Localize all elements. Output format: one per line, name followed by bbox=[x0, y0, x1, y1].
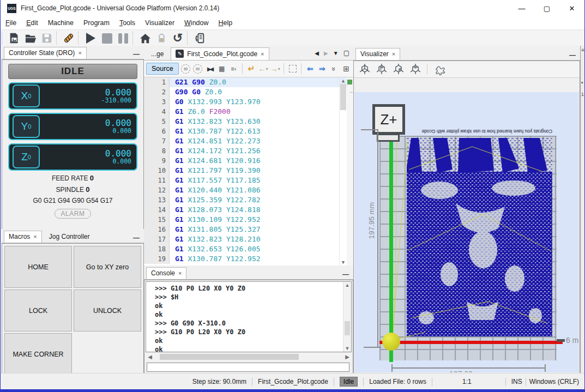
gcode-line[interactable]: 4G1 Z6.0 F2000 bbox=[144, 107, 353, 117]
scroll-down-icon[interactable]: ▼ bbox=[343, 345, 351, 352]
gcode-line[interactable]: 6G1 X130.787 Y122.613 bbox=[144, 126, 353, 136]
tab-previous-file[interactable]: ...ge bbox=[146, 48, 168, 60]
send-program-button[interactable] bbox=[82, 31, 99, 45]
gcode-line[interactable]: 15G1 X130.109 Y122.952 bbox=[144, 215, 353, 225]
gcode-line[interactable]: 12G1 X120.440 Y121.086 bbox=[144, 185, 353, 195]
minimize-panel-icon[interactable]: — bbox=[133, 236, 140, 239]
alarm-button[interactable]: ALARM bbox=[55, 209, 92, 219]
maximize-button[interactable]: ▢ bbox=[534, 0, 559, 16]
view-iso-icon[interactable] bbox=[358, 63, 371, 75]
menu-program[interactable]: Program bbox=[79, 17, 114, 28]
scroll-thumb[interactable] bbox=[340, 84, 346, 110]
expand-chevron-icon[interactable]: » bbox=[329, 64, 339, 74]
macro-button-make-corner[interactable]: MAKE CORNER bbox=[4, 333, 72, 375]
editor-vertical-scrollbar[interactable]: ▲ ▼ bbox=[339, 77, 347, 266]
macro-button-home[interactable]: HOME bbox=[4, 246, 72, 288]
gcode-line[interactable]: 9G1 X124.681 Y120.916 bbox=[144, 156, 353, 166]
scroll-up-icon[interactable]: ▲ bbox=[343, 282, 351, 288]
macro-button-go-to-xy-zero[interactable]: Go to XY zero bbox=[74, 246, 141, 288]
menu-file[interactable]: File bbox=[1, 17, 21, 28]
connect-disconnect-button[interactable] bbox=[61, 31, 77, 45]
menu-machine[interactable]: Machine bbox=[43, 17, 79, 28]
axis-zero-button[interactable]: X0 bbox=[13, 85, 40, 107]
menu-visualizer[interactable]: Visualizer bbox=[140, 17, 179, 28]
pendant-button[interactable] bbox=[191, 31, 208, 45]
gcode-line[interactable]: 1G21 G90 Z0.0 bbox=[144, 77, 353, 87]
rectangular-selection-icon[interactable] bbox=[288, 64, 298, 74]
partial-jog-label[interactable] bbox=[377, 134, 400, 142]
console-output[interactable]: >>> G10 P0 L20 X0 Y0 Z0>>> $Hokok>>> G0 … bbox=[146, 282, 343, 352]
split-window-icon[interactable]: ⊞ bbox=[341, 64, 351, 74]
gcode-line[interactable]: 8G1 X124.172 Y121.256 bbox=[144, 146, 353, 156]
gcode-line[interactable]: 11G1 X117.557 Y117.185 bbox=[144, 176, 353, 185]
minimize-panel-icon[interactable]: — bbox=[342, 273, 349, 276]
console-vertical-scrollbar[interactable]: ▲ ▼ bbox=[343, 282, 351, 352]
new-gcode-file-button[interactable] bbox=[6, 31, 22, 45]
tab-console[interactable]: Console× bbox=[146, 267, 186, 279]
tab-controller-state[interactable]: Controller State (DRO)× bbox=[4, 47, 87, 59]
gcode-line[interactable]: 5G1 X132.823 Y123.630 bbox=[144, 117, 353, 126]
close-tab-icon[interactable]: × bbox=[178, 270, 182, 276]
gcode-line[interactable]: 2G90 G0 Z0.0 bbox=[144, 87, 353, 97]
menu-tools[interactable]: Tools bbox=[114, 17, 140, 28]
view-top-icon[interactable] bbox=[409, 63, 422, 75]
gcode-line[interactable]: 3G0 X132.993 Y123.970 bbox=[144, 97, 353, 107]
rotate-left-90-icon[interactable]: 90 bbox=[181, 64, 191, 74]
console-horizontal-scrollbar[interactable]: ◀ ▶ bbox=[146, 352, 352, 361]
back-icon[interactable]: ←▾ bbox=[258, 64, 268, 74]
gcode-line[interactable]: 14G1 X128.073 Y124.818 bbox=[144, 205, 353, 215]
gcode-line[interactable]: 16G1 X131.805 Y125.327 bbox=[144, 225, 353, 234]
close-tab-icon[interactable]: × bbox=[261, 51, 264, 57]
gcode-line[interactable]: 17G1 X132.823 Y128.210 bbox=[144, 234, 353, 244]
maximize-editor-icon[interactable]: ▢ bbox=[343, 49, 349, 57]
close-tab-icon[interactable]: × bbox=[392, 51, 395, 57]
macro-button-lock[interactable]: LOCK bbox=[4, 290, 72, 331]
gcode-line[interactable]: 19G1 X130.787 Y122.952 bbox=[144, 254, 353, 264]
open-file-button[interactable] bbox=[22, 31, 39, 45]
pause-button[interactable] bbox=[115, 31, 131, 45]
visualizer-settings-icon[interactable] bbox=[434, 63, 446, 75]
home-machine-button[interactable] bbox=[137, 31, 153, 45]
tab-macros[interactable]: Macros× bbox=[4, 231, 42, 243]
scroll-thumb[interactable] bbox=[345, 321, 350, 335]
mirror-icon[interactable]: ▶◀ bbox=[205, 64, 215, 74]
scroll-down-icon[interactable]: ▼ bbox=[340, 259, 347, 266]
menu-help[interactable]: Help bbox=[214, 17, 238, 28]
shift-left-icon[interactable]: ⇐ bbox=[305, 64, 315, 74]
paste-selection-icon[interactable]: ▦ bbox=[217, 64, 227, 74]
view-side-icon[interactable] bbox=[392, 63, 405, 75]
close-tab-icon[interactable]: × bbox=[33, 233, 37, 240]
axis-zero-button[interactable]: Z0 bbox=[13, 146, 40, 168]
scroll-thumb[interactable] bbox=[160, 354, 299, 360]
gcode-line[interactable]: 13G1 X125.359 Y122.782 bbox=[144, 195, 353, 205]
last-edit-location-icon[interactable]: ↵ bbox=[246, 64, 256, 74]
axis-zero-button[interactable]: Y0 bbox=[13, 115, 40, 138]
scroll-up-icon[interactable]: ▲ bbox=[340, 77, 347, 84]
scroll-tabs-left-icon[interactable]: ◀ bbox=[315, 50, 319, 56]
menu-window[interactable]: Window bbox=[179, 17, 213, 28]
close-button[interactable]: ✕ bbox=[559, 0, 584, 16]
tab-list-icon[interactable]: ▼ bbox=[333, 50, 339, 56]
minimize-panel-icon[interactable]: — bbox=[133, 52, 140, 56]
collapse-lines-icon[interactable]: ≡‹ bbox=[229, 64, 239, 74]
minimize-panel-icon[interactable]: — bbox=[569, 53, 576, 57]
minimize-button[interactable]: — bbox=[509, 0, 534, 16]
forward-icon[interactable]: →▾ bbox=[270, 64, 280, 74]
visualizer-canvas[interactable]: Congrats you have learned how to use Idr… bbox=[354, 92, 579, 372]
gcode-line[interactable]: 7G1 X124.851 Y122.273 bbox=[144, 136, 353, 146]
save-file-button[interactable] bbox=[39, 31, 55, 45]
scroll-left-icon[interactable]: ◀ bbox=[146, 354, 154, 360]
shift-right-icon[interactable]: ⇒ bbox=[317, 64, 327, 74]
view-front-icon[interactable] bbox=[375, 63, 388, 75]
gcode-line[interactable]: 10G1 X121.797 Y119.390 bbox=[144, 166, 353, 176]
close-tab-icon[interactable]: × bbox=[78, 50, 81, 56]
gcode-editor[interactable]: 1G21 G90 Z0.02G90 G0 Z0.03G0 X132.993 Y1… bbox=[144, 77, 353, 266]
menu-edit[interactable]: Edit bbox=[21, 17, 43, 28]
gcode-line[interactable]: 18G1 X132.653 Y126.005 bbox=[144, 244, 353, 254]
scroll-right-icon[interactable]: ▶ bbox=[343, 354, 352, 360]
scroll-tabs-right-icon[interactable]: ▶ bbox=[324, 50, 328, 56]
tab-visualizer[interactable]: Visualizer× bbox=[355, 48, 400, 60]
rotate-right-90-icon[interactable]: 90 bbox=[193, 64, 203, 74]
macro-button-unlock[interactable]: UNLOCK bbox=[74, 290, 141, 331]
command-input[interactable] bbox=[147, 363, 349, 372]
